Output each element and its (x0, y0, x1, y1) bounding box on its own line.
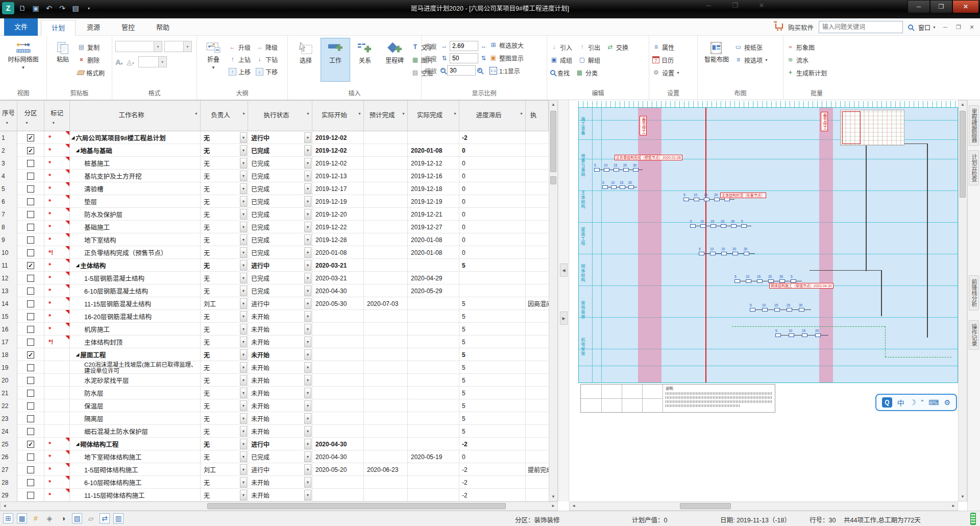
table-row[interactable]: 29*11-15层砌体结构施工无▼未开始▼-2 (0, 489, 549, 501)
owner-dropdown[interactable]: ▼ (240, 464, 247, 475)
status-dropdown[interactable]: ▼ (304, 183, 311, 194)
table-row[interactable]: 23隔离层无▼未开始▼5 (0, 412, 549, 425)
status-dropdown[interactable]: ▼ (304, 222, 311, 232)
partition-checkbox[interactable] (27, 211, 34, 218)
tracking-view-icon[interactable]: ⇄ (100, 513, 110, 523)
partition-checkbox[interactable] (27, 326, 34, 333)
partition-checkbox[interactable]: ✓ (27, 351, 34, 358)
dock-tab-2[interactable]: 计划云检查 (969, 150, 979, 185)
status-dropdown[interactable]: ▼ (304, 132, 311, 143)
按纸张-button[interactable]: ▭按纸张 (734, 42, 768, 52)
font-color-button[interactable]: A▾ (115, 58, 122, 66)
plain-view-icon[interactable]: ▱ (86, 513, 96, 523)
生成新计划-button[interactable]: +生成新计划 (787, 67, 827, 78)
task-node[interactable] (721, 224, 726, 228)
owner-dropdown[interactable]: ▼ (240, 260, 247, 271)
task-node[interactable] (734, 279, 740, 283)
table-horizontal-scrollbar[interactable]: ◄ ► (0, 501, 558, 511)
table-row[interactable]: 2✓*◢地基与基础无▼已完成▼2019-12-022020-01-080 (0, 144, 549, 157)
border-style-combo[interactable]: ▼ (138, 56, 167, 67)
task-node[interactable] (791, 279, 796, 283)
table-row[interactable]: 18✓◢屋面工程无▼未开始▼5 (0, 348, 549, 361)
table-row[interactable]: 16*机房施工无▼未开始▼5 (0, 323, 549, 336)
partition-checkbox[interactable] (27, 300, 34, 307)
font-size-combo[interactable]: ▼ (164, 41, 192, 52)
task-node[interactable] (741, 224, 747, 228)
partition-checkbox[interactable] (27, 479, 34, 486)
status-dropdown[interactable]: ▼ (304, 451, 311, 462)
column-header-3[interactable]: 标记▼ (44, 101, 70, 131)
status-dropdown[interactable]: ▼ (304, 247, 311, 258)
引入-button[interactable]: ↓引入 (550, 42, 572, 52)
task-node[interactable] (746, 279, 751, 283)
删除-button[interactable]: ×删除 (78, 55, 105, 65)
task-node[interactable] (710, 252, 716, 255)
引出-button[interactable]: ↑引出 (578, 42, 600, 52)
task-node[interactable] (757, 279, 763, 283)
table-row[interactable]: 19C20泡沫混凝土找坡层(施工前已取得监理、建设单位许可无▼未开始▼5 (0, 361, 549, 374)
status-dropdown[interactable]: ▼ (304, 375, 311, 386)
status-dropdown[interactable]: ▼ (304, 362, 311, 373)
日历-button[interactable]: 7日历 (652, 55, 680, 65)
table-row[interactable]: 6*垫层无▼已完成▼2019-12-192019-12-190 (0, 195, 549, 208)
task-node[interactable] (799, 308, 804, 312)
task-node[interactable] (628, 185, 634, 189)
owner-dropdown[interactable]: ▼ (240, 451, 247, 462)
owner-dropdown[interactable]: ▼ (240, 337, 247, 347)
owner-dropdown[interactable]: ▼ (240, 426, 247, 437)
partition-checkbox[interactable] (27, 339, 34, 346)
gantt-view-icon[interactable]: ▦ (17, 513, 27, 523)
contrast-view-icon[interactable]: ◑ (58, 513, 68, 523)
table-row[interactable]: 20水泥砂浆找平层无▼未开始▼5 (0, 374, 549, 387)
marker-view-icon[interactable]: ◈ (44, 513, 55, 523)
chart-vertical-scrollbar[interactable]: ▲ ▼ (958, 100, 967, 501)
task-node[interactable] (732, 252, 738, 255)
table-row[interactable]: 3*桩基施工无▼已完成▼2019-12-022019-12-120 (0, 157, 549, 170)
owner-dropdown[interactable]: ▼ (240, 298, 247, 309)
dock-tab-4[interactable]: 操作记录 (969, 320, 979, 350)
search-icon[interactable] (908, 25, 913, 30)
属性-button[interactable]: ≡属性 (652, 42, 680, 52)
status-dropdown[interactable]: ▼ (304, 234, 311, 245)
owner-dropdown[interactable]: ▼ (240, 222, 247, 232)
里程碑-button[interactable]: 里程碑 (380, 38, 409, 82)
task-node[interactable] (633, 168, 639, 172)
partition-checkbox[interactable] (27, 390, 34, 397)
tab-resource[interactable]: 资源 (77, 20, 110, 36)
table-row[interactable]: 28*6-10层砌体结构施工无▼未开始▼-2 (0, 476, 549, 489)
整图显示-button[interactable]: ▣整图显示 (489, 53, 524, 63)
fill-color-button[interactable]: ◬▾ (127, 58, 134, 66)
table-row[interactable]: 13*6-10层钢筋混凝土结构无▼已完成▼2020-04-302020-05-2… (0, 284, 549, 297)
ime-chinese-mode-icon[interactable]: 中 (897, 397, 904, 408)
降级-button[interactable]: →降级 (256, 42, 278, 52)
task-node[interactable] (787, 308, 792, 312)
status-dropdown[interactable]: ▼ (304, 439, 311, 449)
paste-button[interactable]: 粘贴 (50, 38, 76, 82)
table-row[interactable]: 21防水层无▼未开始▼5 (0, 387, 549, 399)
column-header-2[interactable]: 分区▼ (17, 101, 44, 131)
grid-toggle-icon[interactable]: # (31, 513, 41, 523)
task-node[interactable] (750, 308, 755, 312)
上移-button[interactable]: ↑上移 (229, 66, 251, 77)
partition-checkbox[interactable] (27, 249, 34, 256)
task-node[interactable] (789, 333, 794, 337)
partition-checkbox[interactable] (27, 275, 34, 282)
owner-dropdown[interactable]: ▼ (240, 285, 247, 296)
partition-checkbox[interactable] (27, 402, 34, 410)
table-row[interactable]: 1✓*◢六局公司某项目9#楼工程总计划无▼进行中▼2019-12-02-2 (0, 131, 549, 144)
task-node[interactable] (815, 333, 821, 337)
timescale-network-button[interactable]: 时标网络图▼ (3, 38, 43, 82)
分类-button[interactable]: ▩分类 (576, 67, 598, 78)
owner-dropdown[interactable]: ▼ (240, 400, 247, 411)
partition-checkbox[interactable] (27, 185, 34, 193)
network-view-icon[interactable]: ⊞ (3, 513, 13, 523)
task-node[interactable] (699, 252, 704, 255)
owner-dropdown[interactable]: ▼ (240, 349, 247, 360)
task-node[interactable] (710, 224, 716, 228)
column-header-6[interactable]: 执行状态▼ (248, 101, 312, 131)
task-node[interactable] (779, 279, 785, 283)
chart-horizontal-scrollbar[interactable]: ◄ ► (569, 501, 958, 511)
window-menu[interactable]: 窗口▼ (918, 23, 936, 32)
task-node[interactable] (614, 168, 619, 172)
status-dropdown[interactable]: ▼ (304, 388, 311, 398)
